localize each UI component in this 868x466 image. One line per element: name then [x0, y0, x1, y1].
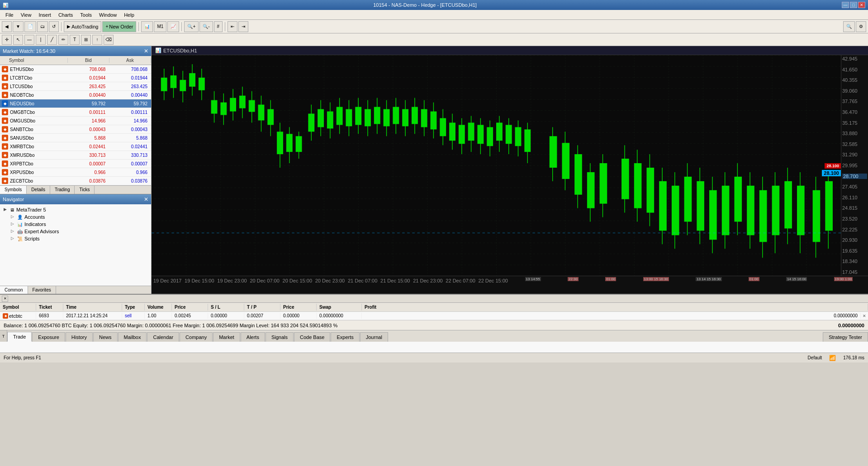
nav-item-mt5[interactable]: ▶ 🖥 MetaTrader 5	[2, 206, 149, 213]
menu-charts[interactable]: Charts	[55, 11, 76, 19]
market-watch-row[interactable]: ◆SANBTCbo0.000430.00043	[0, 125, 151, 134]
tab-calendar[interactable]: Calendar	[147, 332, 179, 342]
svg-rect-112	[697, 181, 704, 231]
th-swap: Swap	[317, 304, 362, 311]
autotrading-button[interactable]: ▶ AutoTrading	[64, 21, 102, 32]
draw-btn[interactable]: ✏	[58, 35, 68, 45]
toolbox-side[interactable]: T	[0, 330, 7, 342]
market-watch-tabs: Symbols Details Trading Ticks	[0, 185, 151, 194]
price-36470: 36.470	[842, 109, 867, 115]
sym-ask: 0.03876	[109, 179, 151, 184]
chart-header: 📊 ETCUSDbo,H1	[152, 46, 868, 55]
menu-window[interactable]: Window	[95, 11, 120, 19]
sym-name: XRPBTCbo	[10, 161, 67, 166]
tab-company[interactable]: Company	[180, 332, 213, 342]
market-watch-row[interactable]: ◆XRPBTCbo0.000070.00007	[0, 160, 151, 168]
svg-rect-75	[496, 122, 503, 141]
text-btn[interactable]: T	[70, 35, 80, 45]
tab-common[interactable]: Common	[0, 286, 28, 294]
market-watch-row[interactable]: ◆ETHUSDbo708.068708.068	[0, 65, 151, 74]
template-button[interactable]: 🗂	[37, 21, 48, 32]
menu-view[interactable]: View	[17, 11, 35, 19]
tab-signals[interactable]: Signals	[266, 332, 294, 342]
nav-item-experts[interactable]: ▷ 🤖 Expert Advisors	[2, 228, 149, 235]
tab-journal[interactable]: Journal	[360, 332, 388, 342]
hline-btn[interactable]: —	[24, 35, 34, 45]
chart-period-btn[interactable]: M1	[154, 21, 166, 32]
nav-item-scripts[interactable]: ▷ 📜 Scripts	[2, 235, 149, 242]
close-button[interactable]: ✕	[858, 2, 865, 8]
price-40355: 40.355	[842, 77, 867, 83]
market-watch-row[interactable]: ◆OMGUSDbo14.96614.966	[0, 117, 151, 125]
menu-help[interactable]: Help	[120, 11, 138, 19]
minimize-button[interactable]: —	[842, 2, 849, 8]
navigator-close[interactable]: ✕	[144, 196, 148, 202]
time-22dec07: 22 Dec 07:00	[446, 278, 475, 283]
market-watch-row[interactable]: ◆LTCBTCbo0.019440.01944	[0, 74, 151, 82]
tab-exposure[interactable]: Exposure	[32, 332, 65, 342]
price-42945: 42.945	[842, 56, 867, 61]
new-order-button[interactable]: + New Order	[102, 21, 136, 32]
market-watch-row[interactable]: ◆XMRBTCbo0.024410.02441	[0, 142, 151, 151]
tab-history[interactable]: History	[66, 332, 93, 342]
market-watch-row[interactable]: ◆NEOUSDbo59.79259.792	[0, 99, 151, 108]
chart-canvas-area[interactable]: 28.100 28.100	[152, 55, 841, 276]
tab-trade[interactable]: Trade	[7, 332, 32, 342]
delete-btn[interactable]: ⌫	[104, 35, 114, 45]
zoom-in-btn[interactable]: 🔍+	[184, 21, 199, 32]
nav-item-indicators[interactable]: ▷ 📊 Indicators	[2, 221, 149, 228]
toolbox-button[interactable]: ✕	[2, 296, 8, 302]
market-watch-row[interactable]: ◆SANUSDbo5.8685.868	[0, 134, 151, 142]
market-watch-row[interactable]: ◆OMGBTCbo0.001110.00111	[0, 108, 151, 117]
grid-btn[interactable]: #	[214, 21, 223, 32]
price-20930: 20.930	[842, 237, 867, 243]
menu-tools[interactable]: Tools	[76, 11, 95, 19]
forward-button[interactable]: ▼	[13, 21, 24, 32]
tab-favorites[interactable]: Favorites	[28, 286, 56, 294]
trendline-btn[interactable]: ╱	[47, 35, 57, 45]
trade-close-btn[interactable]: ✕	[861, 314, 868, 318]
chart-line-btn[interactable]: 📈	[167, 21, 179, 32]
refresh-button[interactable]: ↺	[49, 21, 59, 32]
market-watch-row[interactable]: ◆NEOBTCbo0.004400.00440	[0, 91, 151, 99]
market-watch-row[interactable]: ◆XMRUSDbo330.713330.713	[0, 151, 151, 160]
tab-symbols[interactable]: Symbols	[0, 186, 27, 194]
tab-details[interactable]: Details	[27, 186, 50, 194]
crosshair-btn[interactable]: ✛	[2, 35, 12, 45]
chart-bar-btn[interactable]: 📊	[141, 21, 153, 32]
strategy-tester-btn[interactable]: Strategy Tester	[823, 332, 868, 342]
svg-rect-73	[477, 125, 484, 144]
market-watch-close[interactable]: ✕	[144, 48, 148, 54]
new-chart-button[interactable]: 📄	[24, 21, 36, 32]
time-21dec23: 21 Dec 23:00	[413, 278, 442, 283]
cursor-btn[interactable]: ↖	[13, 35, 23, 45]
tab-trading[interactable]: Trading	[50, 186, 75, 194]
tab-news[interactable]: News	[93, 332, 118, 342]
scroll-right-btn[interactable]: ⇥	[238, 21, 248, 32]
tab-experts[interactable]: Experts	[331, 332, 359, 342]
zoom-out-btn[interactable]: 🔍-	[199, 21, 213, 32]
svg-rect-108	[647, 168, 655, 213]
tab-mailbox[interactable]: Mailbox	[118, 332, 147, 342]
sym-name: XRPUSDbo	[10, 170, 67, 175]
settings-btn[interactable]: ⚙	[856, 21, 866, 32]
back-button[interactable]: ◀	[2, 21, 12, 32]
tab-market[interactable]: Market	[213, 332, 240, 342]
menu-insert[interactable]: Insert	[35, 11, 55, 19]
tab-ticks[interactable]: Ticks	[75, 186, 95, 194]
svg-rect-119	[784, 181, 792, 229]
market-watch-row[interactable]: ◆LTCUSDbo263.425263.425	[0, 82, 151, 91]
vline-btn[interactable]: |	[36, 35, 46, 45]
nav-item-accounts[interactable]: ▷ 👤 Accounts	[2, 213, 149, 221]
market-watch-row[interactable]: ◆ZECBTCbo0.038760.03876	[0, 177, 151, 185]
menu-file[interactable]: File	[2, 11, 17, 19]
maximize-button[interactable]: □	[850, 2, 857, 8]
scroll-left-btn[interactable]: ⇤	[228, 21, 237, 32]
market-watch-row[interactable]: ◆XRPUSDbo0.9660.966	[0, 168, 151, 177]
svg-rect-18	[211, 100, 218, 114]
fib-btn[interactable]: ⊞	[81, 35, 91, 45]
tab-alerts[interactable]: Alerts	[241, 332, 265, 342]
arrow-btn[interactable]: ↑	[92, 35, 102, 45]
search-btn[interactable]: 🔍	[843, 21, 855, 32]
tab-codebase[interactable]: Code Base	[294, 332, 330, 342]
